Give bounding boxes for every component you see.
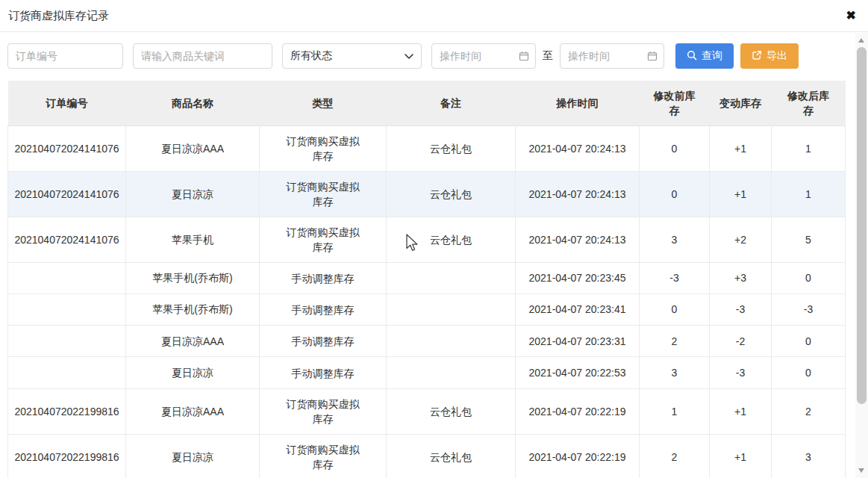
cell-remark xyxy=(387,262,516,294)
cell-remark xyxy=(387,294,516,325)
cell-type: 手动调整库存 xyxy=(260,294,387,325)
table-row: 202104072022199816夏日凉凉AAA订货商购买虚拟库存云仓礼包20… xyxy=(8,388,846,434)
cell-type: 手动调整库存 xyxy=(260,326,387,357)
col-header-order-no: 订单编号 xyxy=(8,81,126,125)
cell-change: +1 xyxy=(710,434,772,478)
cell-remark: 云仓礼包 xyxy=(387,217,516,262)
cell-product: 夏日凉凉AAA xyxy=(126,125,260,171)
cell-product: 夏日凉凉AAA xyxy=(126,326,260,357)
cell-change: +1 xyxy=(710,171,772,217)
date-end-wrap xyxy=(560,43,664,69)
status-select[interactable]: 所有状态 xyxy=(282,43,422,69)
cell-order_no: 202104072024141076 xyxy=(8,171,126,217)
cell-before: 0 xyxy=(640,125,710,171)
cell-order_no: 202104072024141076 xyxy=(8,217,126,262)
export-button[interactable]: 导出 xyxy=(740,43,799,69)
cell-order_no xyxy=(8,294,126,325)
inventory-table: 订单编号 商品名称 类型 备注 操作时间 修改前库存 变动库存 修改后库存 20… xyxy=(7,81,846,478)
query-button[interactable]: 查询 xyxy=(675,43,734,69)
cell-after: 0 xyxy=(772,357,846,388)
col-header-remark: 备注 xyxy=(387,81,516,125)
cell-product: 夏日凉凉AAA xyxy=(126,388,260,434)
cell-order_no xyxy=(8,326,126,357)
table-row: 苹果手机(乔布斯)手动调整库存2021-04-07 20:23:410-3-3 xyxy=(8,294,846,325)
cell-before: 0 xyxy=(640,294,710,325)
cell-type: 手动调整库存 xyxy=(260,357,387,388)
cell-order_no xyxy=(8,262,126,294)
vertical-scrollbar[interactable] xyxy=(855,33,868,478)
cell-product: 夏日凉凉 xyxy=(126,171,260,217)
cell-time: 2021-04-07 20:23:45 xyxy=(516,262,640,294)
table-row: 202104072024141076夏日凉凉订货商购买虚拟库存云仓礼包2021-… xyxy=(8,171,846,217)
close-icon[interactable]: ✖ xyxy=(845,8,858,23)
cell-change: -2 xyxy=(710,326,772,357)
cell-after: 0 xyxy=(772,262,846,294)
table-row: 202104072024141076夏日凉凉AAA订货商购买虚拟库存云仓礼包20… xyxy=(8,125,846,171)
col-header-type: 类型 xyxy=(260,81,387,125)
export-button-label: 导出 xyxy=(766,49,787,63)
cell-change: +1 xyxy=(710,125,772,171)
cell-product: 夏日凉凉 xyxy=(126,357,260,388)
order-no-input[interactable] xyxy=(7,43,123,69)
cell-before: 2 xyxy=(640,434,710,478)
search-icon xyxy=(687,50,697,63)
query-button-label: 查询 xyxy=(702,49,722,63)
cell-type: 订货商购买虚拟库存 xyxy=(260,434,387,478)
cell-time: 2021-04-07 20:23:41 xyxy=(516,294,640,325)
modal-title: 订货商虚拟库存记录 xyxy=(8,9,109,23)
cell-after: 2 xyxy=(772,388,846,434)
cell-change: +3 xyxy=(710,262,772,294)
table-row: 苹果手机(乔布斯)手动调整库存2021-04-07 20:23:45-3+30 xyxy=(8,262,846,294)
cell-before: 0 xyxy=(640,171,710,217)
cell-type: 订货商购买虚拟库存 xyxy=(260,217,387,262)
cell-after: 5 xyxy=(772,217,846,262)
cell-before: 1 xyxy=(640,388,710,434)
cell-order_no: 202104072022199816 xyxy=(8,434,126,478)
cell-remark xyxy=(387,357,516,388)
chevron-down-icon xyxy=(405,50,413,62)
date-range-to-label: 至 xyxy=(543,49,553,63)
cell-remark: 云仓礼包 xyxy=(387,434,516,478)
col-header-time: 操作时间 xyxy=(516,81,640,125)
cell-before: -3 xyxy=(640,262,710,294)
cell-time: 2021-04-07 20:23:31 xyxy=(516,326,640,357)
inventory-table-body: 202104072024141076夏日凉凉AAA订货商购买虚拟库存云仓礼包20… xyxy=(8,125,846,478)
table-row: 夏日凉凉AAA手动调整库存2021-04-07 20:23:312-20 xyxy=(8,326,846,357)
cell-type: 订货商购买虚拟库存 xyxy=(260,125,387,171)
scroll-up-icon[interactable] xyxy=(858,38,864,43)
cell-change: -3 xyxy=(710,294,772,325)
table-row: 202104072022199816夏日凉凉订货商购买虚拟库存云仓礼包2021-… xyxy=(8,434,846,478)
cell-type: 手动调整库存 xyxy=(260,262,387,294)
date-start-wrap xyxy=(431,43,536,69)
cell-product: 苹果手机(乔布斯) xyxy=(126,262,260,294)
cell-product: 苹果手机(乔布斯) xyxy=(126,294,260,325)
scrollbar-thumb[interactable] xyxy=(857,47,867,404)
inventory-table-header: 订单编号 商品名称 类型 备注 操作时间 修改前库存 变动库存 修改后库存 xyxy=(8,81,846,125)
status-select-value: 所有状态 xyxy=(290,49,332,63)
cell-type: 订货商购买虚拟库存 xyxy=(260,388,387,434)
col-header-product: 商品名称 xyxy=(126,81,260,125)
cell-product: 苹果手机 xyxy=(126,217,260,262)
table-row: 夏日凉凉手动调整库存2021-04-07 20:22:533-30 xyxy=(8,357,846,388)
cell-change: +1 xyxy=(710,388,772,434)
cell-remark: 云仓礼包 xyxy=(387,125,516,171)
table-row: 202104072024141076苹果手机订货商购买虚拟库存云仓礼包2021-… xyxy=(8,217,846,262)
cell-after: -3 xyxy=(772,294,846,325)
cell-order_no xyxy=(8,357,126,388)
cell-type: 订货商购买虚拟库存 xyxy=(260,171,387,217)
cell-time: 2021-04-07 20:24:13 xyxy=(516,125,640,171)
cell-time: 2021-04-07 20:22:53 xyxy=(516,357,640,388)
cell-before: 3 xyxy=(640,217,710,262)
cell-time: 2021-04-07 20:24:13 xyxy=(516,171,640,217)
cell-remark xyxy=(387,326,516,357)
cell-remark: 云仓礼包 xyxy=(387,171,516,217)
cell-order_no: 202104072024141076 xyxy=(8,125,126,171)
cell-after: 0 xyxy=(772,326,846,357)
cell-after: 1 xyxy=(772,171,846,217)
scroll-down-icon[interactable] xyxy=(858,468,864,473)
col-header-stock-change: 变动库存 xyxy=(710,81,772,125)
modal-titlebar: 订货商虚拟库存记录 ✖ xyxy=(0,0,868,32)
cell-time: 2021-04-07 20:22:19 xyxy=(516,388,640,434)
cell-time: 2021-04-07 20:24:13 xyxy=(516,217,640,262)
keyword-input[interactable] xyxy=(133,43,272,69)
